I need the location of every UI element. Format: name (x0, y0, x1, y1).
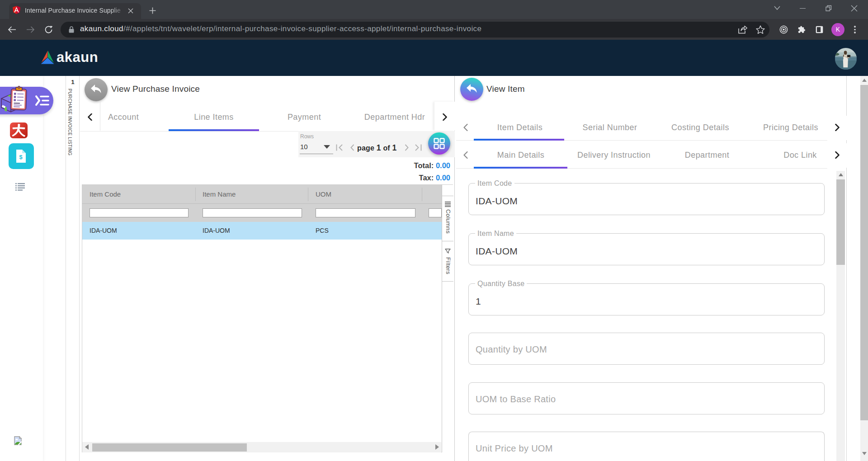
svg-text:$: $ (19, 154, 23, 160)
